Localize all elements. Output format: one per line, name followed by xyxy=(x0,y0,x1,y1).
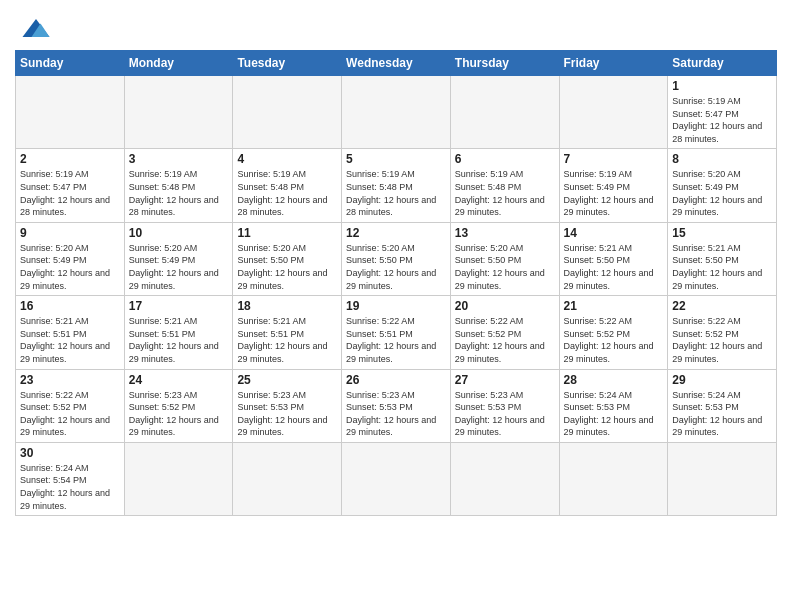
page-header xyxy=(15,10,777,42)
calendar-cell: 5Sunrise: 5:19 AMSunset: 5:48 PMDaylight… xyxy=(342,149,451,222)
calendar-week-2: 2Sunrise: 5:19 AMSunset: 5:47 PMDaylight… xyxy=(16,149,777,222)
day-number: 23 xyxy=(20,373,120,387)
calendar-cell: 22Sunrise: 5:22 AMSunset: 5:52 PMDayligh… xyxy=(668,296,777,369)
day-number: 6 xyxy=(455,152,555,166)
calendar-cell: 27Sunrise: 5:23 AMSunset: 5:53 PMDayligh… xyxy=(450,369,559,442)
day-info: Sunrise: 5:21 AMSunset: 5:51 PMDaylight:… xyxy=(129,315,229,365)
day-header-thursday: Thursday xyxy=(450,51,559,76)
day-number: 29 xyxy=(672,373,772,387)
calendar-cell: 17Sunrise: 5:21 AMSunset: 5:51 PMDayligh… xyxy=(124,296,233,369)
day-info: Sunrise: 5:20 AMSunset: 5:50 PMDaylight:… xyxy=(346,242,446,292)
day-info: Sunrise: 5:19 AMSunset: 5:47 PMDaylight:… xyxy=(20,168,120,218)
calendar-cell: 24Sunrise: 5:23 AMSunset: 5:52 PMDayligh… xyxy=(124,369,233,442)
calendar-cell: 26Sunrise: 5:23 AMSunset: 5:53 PMDayligh… xyxy=(342,369,451,442)
day-info: Sunrise: 5:23 AMSunset: 5:52 PMDaylight:… xyxy=(129,389,229,439)
calendar-cell: 11Sunrise: 5:20 AMSunset: 5:50 PMDayligh… xyxy=(233,222,342,295)
day-info: Sunrise: 5:19 AMSunset: 5:48 PMDaylight:… xyxy=(129,168,229,218)
day-info: Sunrise: 5:22 AMSunset: 5:52 PMDaylight:… xyxy=(20,389,120,439)
day-number: 9 xyxy=(20,226,120,240)
day-number: 1 xyxy=(672,79,772,93)
calendar-week-5: 23Sunrise: 5:22 AMSunset: 5:52 PMDayligh… xyxy=(16,369,777,442)
day-header-wednesday: Wednesday xyxy=(342,51,451,76)
day-number: 28 xyxy=(564,373,664,387)
day-number: 4 xyxy=(237,152,337,166)
calendar-cell: 18Sunrise: 5:21 AMSunset: 5:51 PMDayligh… xyxy=(233,296,342,369)
day-number: 10 xyxy=(129,226,229,240)
day-info: Sunrise: 5:21 AMSunset: 5:51 PMDaylight:… xyxy=(20,315,120,365)
calendar-cell: 16Sunrise: 5:21 AMSunset: 5:51 PMDayligh… xyxy=(16,296,125,369)
calendar-week-1: 1Sunrise: 5:19 AMSunset: 5:47 PMDaylight… xyxy=(16,76,777,149)
day-number: 11 xyxy=(237,226,337,240)
day-number: 16 xyxy=(20,299,120,313)
day-info: Sunrise: 5:23 AMSunset: 5:53 PMDaylight:… xyxy=(237,389,337,439)
day-number: 30 xyxy=(20,446,120,460)
day-number: 24 xyxy=(129,373,229,387)
calendar-cell: 1Sunrise: 5:19 AMSunset: 5:47 PMDaylight… xyxy=(668,76,777,149)
day-number: 12 xyxy=(346,226,446,240)
calendar-cell xyxy=(450,76,559,149)
day-header-friday: Friday xyxy=(559,51,668,76)
day-info: Sunrise: 5:19 AMSunset: 5:48 PMDaylight:… xyxy=(237,168,337,218)
day-number: 8 xyxy=(672,152,772,166)
day-number: 18 xyxy=(237,299,337,313)
day-info: Sunrise: 5:20 AMSunset: 5:49 PMDaylight:… xyxy=(672,168,772,218)
day-number: 3 xyxy=(129,152,229,166)
day-header-sunday: Sunday xyxy=(16,51,125,76)
calendar-cell xyxy=(124,442,233,515)
calendar-cell: 13Sunrise: 5:20 AMSunset: 5:50 PMDayligh… xyxy=(450,222,559,295)
day-number: 27 xyxy=(455,373,555,387)
calendar-cell: 19Sunrise: 5:22 AMSunset: 5:51 PMDayligh… xyxy=(342,296,451,369)
logo xyxy=(15,14,54,42)
day-info: Sunrise: 5:20 AMSunset: 5:49 PMDaylight:… xyxy=(129,242,229,292)
day-info: Sunrise: 5:21 AMSunset: 5:50 PMDaylight:… xyxy=(672,242,772,292)
day-info: Sunrise: 5:23 AMSunset: 5:53 PMDaylight:… xyxy=(455,389,555,439)
calendar-cell xyxy=(342,76,451,149)
day-header-monday: Monday xyxy=(124,51,233,76)
day-number: 2 xyxy=(20,152,120,166)
day-number: 14 xyxy=(564,226,664,240)
calendar-cell: 25Sunrise: 5:23 AMSunset: 5:53 PMDayligh… xyxy=(233,369,342,442)
day-info: Sunrise: 5:21 AMSunset: 5:51 PMDaylight:… xyxy=(237,315,337,365)
calendar-cell: 3Sunrise: 5:19 AMSunset: 5:48 PMDaylight… xyxy=(124,149,233,222)
day-info: Sunrise: 5:20 AMSunset: 5:49 PMDaylight:… xyxy=(20,242,120,292)
day-number: 7 xyxy=(564,152,664,166)
day-info: Sunrise: 5:24 AMSunset: 5:53 PMDaylight:… xyxy=(564,389,664,439)
day-number: 15 xyxy=(672,226,772,240)
calendar-cell: 12Sunrise: 5:20 AMSunset: 5:50 PMDayligh… xyxy=(342,222,451,295)
day-info: Sunrise: 5:22 AMSunset: 5:52 PMDaylight:… xyxy=(455,315,555,365)
calendar-week-4: 16Sunrise: 5:21 AMSunset: 5:51 PMDayligh… xyxy=(16,296,777,369)
calendar-cell: 15Sunrise: 5:21 AMSunset: 5:50 PMDayligh… xyxy=(668,222,777,295)
calendar-cell: 23Sunrise: 5:22 AMSunset: 5:52 PMDayligh… xyxy=(16,369,125,442)
logo-icon xyxy=(18,14,54,42)
day-number: 25 xyxy=(237,373,337,387)
calendar-cell xyxy=(124,76,233,149)
calendar-cell: 14Sunrise: 5:21 AMSunset: 5:50 PMDayligh… xyxy=(559,222,668,295)
day-number: 26 xyxy=(346,373,446,387)
calendar-cell xyxy=(668,442,777,515)
day-info: Sunrise: 5:19 AMSunset: 5:48 PMDaylight:… xyxy=(455,168,555,218)
day-header-tuesday: Tuesday xyxy=(233,51,342,76)
calendar-cell: 4Sunrise: 5:19 AMSunset: 5:48 PMDaylight… xyxy=(233,149,342,222)
calendar-cell: 28Sunrise: 5:24 AMSunset: 5:53 PMDayligh… xyxy=(559,369,668,442)
day-number: 20 xyxy=(455,299,555,313)
day-info: Sunrise: 5:19 AMSunset: 5:49 PMDaylight:… xyxy=(564,168,664,218)
day-info: Sunrise: 5:21 AMSunset: 5:50 PMDaylight:… xyxy=(564,242,664,292)
calendar-cell: 10Sunrise: 5:20 AMSunset: 5:49 PMDayligh… xyxy=(124,222,233,295)
day-number: 5 xyxy=(346,152,446,166)
calendar-cell: 2Sunrise: 5:19 AMSunset: 5:47 PMDaylight… xyxy=(16,149,125,222)
day-number: 17 xyxy=(129,299,229,313)
calendar-cell: 6Sunrise: 5:19 AMSunset: 5:48 PMDaylight… xyxy=(450,149,559,222)
day-info: Sunrise: 5:24 AMSunset: 5:53 PMDaylight:… xyxy=(672,389,772,439)
calendar-cell xyxy=(16,76,125,149)
calendar-table: SundayMondayTuesdayWednesdayThursdayFrid… xyxy=(15,50,777,516)
calendar-cell xyxy=(559,442,668,515)
day-number: 19 xyxy=(346,299,446,313)
day-info: Sunrise: 5:19 AMSunset: 5:47 PMDaylight:… xyxy=(672,95,772,145)
calendar-week-3: 9Sunrise: 5:20 AMSunset: 5:49 PMDaylight… xyxy=(16,222,777,295)
day-info: Sunrise: 5:24 AMSunset: 5:54 PMDaylight:… xyxy=(20,462,120,512)
calendar-header-row: SundayMondayTuesdayWednesdayThursdayFrid… xyxy=(16,51,777,76)
day-info: Sunrise: 5:23 AMSunset: 5:53 PMDaylight:… xyxy=(346,389,446,439)
calendar-cell: 30Sunrise: 5:24 AMSunset: 5:54 PMDayligh… xyxy=(16,442,125,515)
day-info: Sunrise: 5:20 AMSunset: 5:50 PMDaylight:… xyxy=(455,242,555,292)
calendar-cell xyxy=(233,442,342,515)
